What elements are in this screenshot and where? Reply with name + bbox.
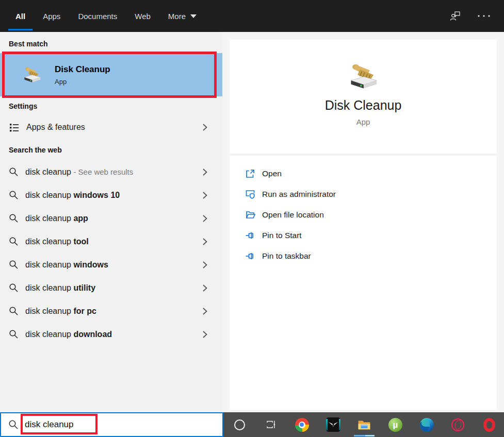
disk-cleanup-icon (23, 65, 41, 84)
tab-documents[interactable]: Documents (78, 0, 117, 32)
search-input[interactable] (25, 419, 210, 430)
chevron-right-icon (202, 261, 208, 269)
suggestion-base: disk cleanup (25, 283, 73, 292)
best-match-result-disk-cleanup[interactable]: Disk Cleanup App (0, 53, 222, 96)
tab-documents-label: Documents (78, 12, 117, 21)
chevron-down-icon (190, 14, 197, 18)
chevron-right-icon (202, 191, 208, 199)
opera-gx-icon[interactable] (450, 412, 466, 437)
best-match-header: Best match (9, 40, 47, 48)
tab-more[interactable]: More (168, 0, 197, 32)
cortana-ring (234, 419, 245, 430)
suggestion-tool[interactable]: disk cleanup tool (0, 230, 222, 253)
utorrent-logo: µ (388, 418, 402, 432)
search-icon (9, 306, 19, 316)
search-icon (9, 190, 19, 200)
app-actions-list: Open Run as administrator Open file loca… (230, 156, 497, 266)
search-icon (9, 283, 19, 293)
taskbar-search-box[interactable] (0, 412, 223, 437)
chrome-logo (295, 418, 309, 432)
tab-apps[interactable]: Apps (43, 0, 60, 32)
opera-gx-logo (451, 418, 464, 431)
suggestion-bold: for pc (73, 307, 96, 315)
action-label: Open (262, 169, 282, 178)
action-label: Pin to taskbar (262, 251, 311, 261)
suggestion-app[interactable]: disk cleanup app (0, 207, 222, 230)
app-detail-card: Disk Cleanup App Open Run as administrat… (230, 40, 497, 410)
tab-all[interactable]: All (15, 0, 25, 32)
search-web-header: Search the web (9, 146, 62, 154)
suggestion-base: disk cleanup (25, 237, 73, 246)
predator-sense-icon[interactable] (325, 412, 342, 437)
chevron-right-icon (202, 214, 208, 223)
feedback-icon[interactable] (449, 10, 462, 22)
action-run-as-administrator[interactable]: Run as administrator (245, 184, 497, 205)
suggestion-base: disk cleanup (25, 307, 73, 315)
admin-shield-icon (245, 189, 255, 199)
suggestion-windows[interactable]: disk cleanup windows (0, 253, 222, 276)
suggestion-bold: tool (73, 237, 88, 246)
suggestion-download[interactable]: disk cleanup download (0, 323, 222, 346)
action-label: Pin to Start (262, 231, 302, 240)
edge-logo (420, 418, 434, 432)
search-filter-bar: All Apps Documents Web More (0, 0, 504, 32)
suggestion-for-pc[interactable]: disk cleanup for pc (0, 299, 222, 323)
suggestion-utility[interactable]: disk cleanup utility (0, 276, 222, 299)
open-icon (245, 169, 255, 179)
settings-header: Settings (9, 102, 37, 110)
opera-icon[interactable] (481, 412, 497, 437)
edge-icon[interactable] (418, 412, 435, 437)
topbar-actions (449, 10, 504, 22)
filter-tabs: All Apps Documents Web More (0, 0, 214, 32)
app-header: Disk Cleanup App (230, 40, 497, 154)
suggestion-see-web-results[interactable]: disk cleanup - See web results (0, 160, 222, 183)
suggestion-bold: windows 10 (73, 191, 120, 199)
tab-web[interactable]: Web (135, 0, 151, 32)
suggestion-bold: utility (73, 283, 95, 292)
suggestion-text: disk cleanup for pc (25, 307, 96, 316)
tab-all-label: All (15, 12, 25, 21)
suggestion-base: disk cleanup (25, 214, 73, 223)
suggestion-bold: download (73, 330, 112, 339)
search-icon (9, 237, 19, 246)
taskbar: µ (223, 412, 504, 437)
suggestion-text: disk cleanup windows 10 (25, 191, 120, 200)
suggestion-text: disk cleanup windows (25, 260, 108, 270)
chevron-right-icon (202, 284, 208, 292)
search-icon (8, 419, 19, 430)
suggestion-windows-10[interactable]: disk cleanup windows 10 (0, 183, 222, 207)
best-match-title: Disk Cleanup (55, 64, 110, 75)
action-pin-to-start[interactable]: Pin to Start (245, 225, 497, 246)
action-open-file-location[interactable]: Open file location (245, 205, 497, 225)
suggestion-text: disk cleanup tool (25, 237, 89, 246)
suggestion-text: disk cleanup download (25, 330, 112, 339)
suggestion-text: disk cleanup - See web results (25, 167, 133, 177)
pin-icon (245, 251, 255, 261)
action-open[interactable]: Open (245, 163, 497, 184)
suggestion-base: disk cleanup (25, 260, 73, 269)
utorrent-icon[interactable]: µ (387, 412, 404, 437)
task-view-glyph (265, 419, 277, 430)
disk-cleanup-icon-large (348, 61, 379, 91)
best-match-subtitle: App (55, 78, 110, 86)
opera-logo (483, 418, 495, 432)
suggestion-base: disk cleanup (25, 330, 73, 339)
suggestion-suffix: - See web results (73, 167, 133, 176)
search-icon (9, 260, 19, 270)
action-pin-to-taskbar[interactable]: Pin to taskbar (245, 246, 497, 266)
ellipsis-icon[interactable] (477, 14, 491, 18)
suggestion-bold: app (73, 214, 88, 223)
utorrent-glyph: µ (393, 421, 398, 429)
search-icon (9, 167, 19, 177)
folder-icon (245, 210, 255, 220)
settings-item-apps-features[interactable]: Apps & features (0, 114, 222, 140)
chevron-right-icon (202, 238, 208, 246)
suggestion-base: disk cleanup (25, 191, 73, 199)
chevron-right-icon (202, 123, 208, 131)
apps-features-icon (9, 122, 20, 133)
chrome-icon[interactable] (294, 412, 310, 437)
cortana-icon[interactable] (231, 412, 248, 437)
action-label: Open file location (262, 210, 324, 220)
file-explorer-icon[interactable] (356, 412, 372, 437)
task-view-icon[interactable] (263, 412, 279, 437)
